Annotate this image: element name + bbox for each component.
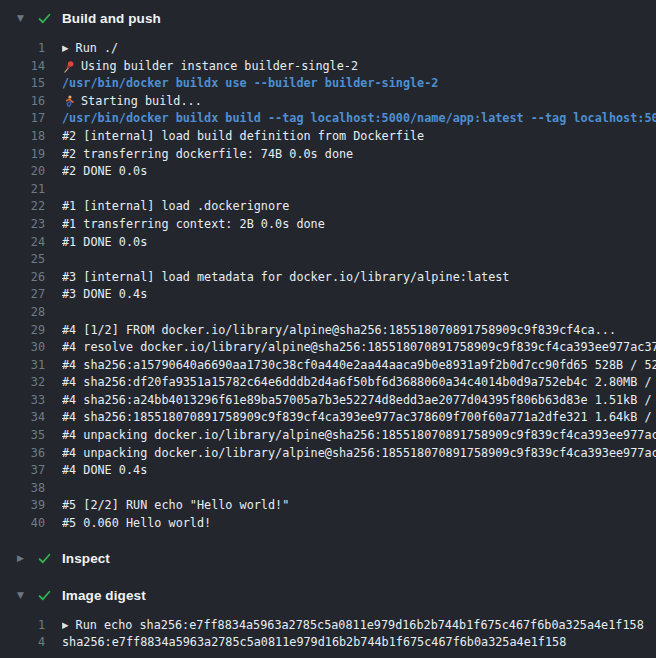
log-line: 38: [0, 480, 656, 498]
line-number-link[interactable]: 32: [0, 374, 45, 392]
log-text: #2 DONE 0.0s: [62, 163, 147, 181]
log-text: #4 [1/2] FROM docker.io/library/alpine@s…: [62, 322, 616, 340]
line-number-link[interactable]: 14: [0, 58, 45, 76]
log-line-content: #4 sha256:a24bb4013296f61e89ba57005a7b3e…: [62, 392, 656, 410]
log-text: #4 sha256:185518070891758909c9f839cf4ca3…: [62, 409, 656, 427]
line-number-link[interactable]: 18: [0, 128, 45, 146]
actions-log-viewer: ▼Build and push1▶Run ./14Using builder i…: [0, 0, 656, 658]
log-line: 20#2 DONE 0.0s: [0, 163, 656, 181]
run-expander-icon[interactable]: ▶: [62, 40, 69, 58]
log-text: #4 sha256:a15790640a6690aa1730c38cf0a440…: [62, 357, 656, 375]
section-header-build-and-push[interactable]: ▼Build and push: [0, 0, 656, 37]
section-log-lines: 1▶Run ./14Using builder instance builder…: [0, 37, 656, 533]
log-line: 1▶Run ./: [0, 40, 656, 58]
log-section-inspect: ▶Inspect: [0, 540, 656, 577]
section-header-image-digest[interactable]: ▼Image digest: [0, 577, 656, 614]
line-number-link[interactable]: 24: [0, 234, 45, 252]
line-number-link[interactable]: 38: [0, 480, 45, 498]
line-number-link[interactable]: 21: [0, 181, 45, 199]
log-text: sha256:e7ff8834a5963a2785c5a0811e979d16b…: [62, 634, 566, 652]
log-text: #1 [internal] load .dockerignore: [62, 198, 289, 216]
log-line-content: #2 DONE 0.0s: [62, 163, 656, 181]
log-line: 16Starting build...: [0, 93, 656, 111]
log-text: #1 DONE 0.0s: [62, 234, 147, 252]
log-text: #2 [internal] load build definition from…: [62, 128, 424, 146]
log-line: 30#4 resolve docker.io/library/alpine@sh…: [0, 339, 656, 357]
line-number-link[interactable]: 39: [0, 497, 45, 515]
success-check-icon: [37, 11, 52, 26]
runner-icon: [62, 95, 75, 108]
log-text: Run echo sha256:e7ff8834a5963a2785c5a081…: [76, 617, 644, 635]
log-text: #5 0.060 Hello world!: [62, 515, 211, 533]
log-line: 35#4 unpacking docker.io/library/alpine@…: [0, 427, 656, 445]
log-line-content: ▶Run echo sha256:e7ff8834a5963a2785c5a08…: [62, 617, 656, 635]
log-text: #4 unpacking docker.io/library/alpine@sh…: [62, 445, 656, 463]
success-check-icon: [37, 551, 52, 566]
log-line-content: #4 sha256:a15790640a6690aa1730c38cf0a440…: [62, 357, 656, 375]
log-line-content: #4 sha256:df20fa9351a15782c64e6dddb2d4a6…: [62, 374, 656, 392]
section-title: Inspect: [62, 551, 110, 566]
log-text: #4 resolve docker.io/library/alpine@sha2…: [62, 339, 656, 357]
line-number-link[interactable]: 34: [0, 409, 45, 427]
log-line-content: #4 unpacking docker.io/library/alpine@sh…: [62, 445, 656, 463]
log-line-content: #1 transferring context: 2B 0.0s done: [62, 216, 656, 234]
line-number-link[interactable]: 1: [0, 40, 45, 58]
log-section-image-digest: ▼Image digest1▶Run echo sha256:e7ff8834a…: [0, 577, 656, 652]
line-number-link[interactable]: 20: [0, 163, 45, 181]
log-line-content: #1 DONE 0.0s: [62, 234, 656, 252]
line-number-link[interactable]: 15: [0, 75, 45, 93]
log-text: /usr/bin/docker buildx use --builder bui…: [62, 75, 438, 93]
log-text: Starting build...: [81, 93, 202, 111]
line-number-link[interactable]: 16: [0, 93, 45, 111]
section-title: Build and push: [62, 11, 161, 26]
line-number-link[interactable]: 31: [0, 357, 45, 375]
log-text: /usr/bin/docker buildx build --tag local…: [62, 110, 656, 128]
log-text: #1 transferring context: 2B 0.0s done: [62, 216, 325, 234]
line-number-link[interactable]: 37: [0, 462, 45, 480]
log-line-content: Using builder instance builder-single-2: [62, 58, 656, 76]
line-number-link[interactable]: 29: [0, 322, 45, 340]
line-number-link[interactable]: 17: [0, 110, 45, 128]
log-line-content: #4 unpacking docker.io/library/alpine@sh…: [62, 427, 656, 445]
run-expander-icon[interactable]: ▶: [62, 617, 69, 635]
line-number-link[interactable]: 27: [0, 286, 45, 304]
log-line-content: #4 DONE 0.4s: [62, 462, 656, 480]
log-line: 33#4 sha256:a24bb4013296f61e89ba57005a7b…: [0, 392, 656, 410]
log-text: Using builder instance builder-single-2: [81, 58, 358, 76]
log-line: 18#2 [internal] load build definition fr…: [0, 128, 656, 146]
log-line: 36#4 unpacking docker.io/library/alpine@…: [0, 445, 656, 463]
line-number-link[interactable]: 28: [0, 304, 45, 322]
log-line: 14Using builder instance builder-single-…: [0, 58, 656, 76]
line-number-link[interactable]: 1: [0, 617, 45, 635]
pin-icon: [62, 60, 75, 73]
log-line-content: /usr/bin/docker buildx build --tag local…: [62, 110, 656, 128]
log-line-content: #4 resolve docker.io/library/alpine@sha2…: [62, 339, 656, 357]
log-line-content: #4 [1/2] FROM docker.io/library/alpine@s…: [62, 322, 656, 340]
line-number-link[interactable]: 23: [0, 216, 45, 234]
log-text: #3 [internal] load metadata for docker.i…: [62, 269, 509, 287]
log-line: 29#4 [1/2] FROM docker.io/library/alpine…: [0, 322, 656, 340]
line-number-link[interactable]: 26: [0, 269, 45, 287]
log-line: 19#2 transferring dockerfile: 74B 0.0s d…: [0, 146, 656, 164]
line-number-link[interactable]: 4: [0, 634, 45, 652]
line-number-link[interactable]: 30: [0, 339, 45, 357]
line-number-link[interactable]: 22: [0, 198, 45, 216]
line-number-link[interactable]: 25: [0, 251, 45, 269]
log-line: 32#4 sha256:df20fa9351a15782c64e6dddb2d4…: [0, 374, 656, 392]
log-text: #4 DONE 0.4s: [62, 462, 147, 480]
log-line: 37#4 DONE 0.4s: [0, 462, 656, 480]
line-number-link[interactable]: 35: [0, 427, 45, 445]
log-line: 17/usr/bin/docker buildx build --tag loc…: [0, 110, 656, 128]
success-check-icon: [37, 588, 52, 603]
log-text: #5 [2/2] RUN echo "Hello world!": [62, 497, 289, 515]
log-line-content: #2 [internal] load build definition from…: [62, 128, 656, 146]
line-number-link[interactable]: 36: [0, 445, 45, 463]
line-number-link[interactable]: 33: [0, 392, 45, 410]
caret-right-icon: ▶: [17, 554, 31, 563]
section-log-lines: 1▶Run echo sha256:e7ff8834a5963a2785c5a0…: [0, 614, 656, 652]
log-line: 39#5 [2/2] RUN echo "Hello world!": [0, 497, 656, 515]
caret-down-icon: ▼: [17, 591, 31, 600]
line-number-link[interactable]: 19: [0, 146, 45, 164]
section-header-inspect[interactable]: ▶Inspect: [0, 540, 656, 577]
line-number-link[interactable]: 40: [0, 515, 45, 533]
